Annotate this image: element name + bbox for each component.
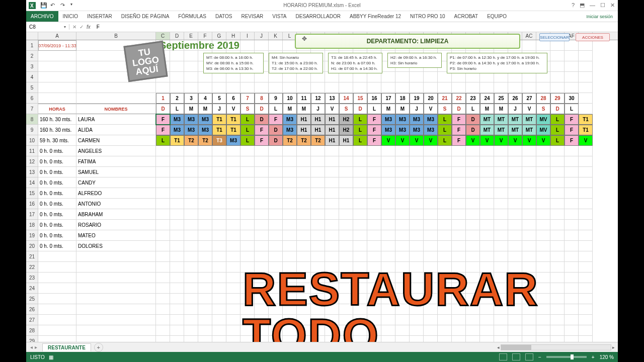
cell-H18[interactable] [226, 220, 240, 230]
cell-AG12[interactable] [579, 156, 593, 167]
cell-F18[interactable] [198, 220, 212, 230]
cell-M5[interactable] [297, 82, 311, 93]
zoom-out-icon[interactable]: − [538, 354, 541, 360]
cell-D22[interactable] [170, 262, 184, 273]
cell-P6[interactable]: 14 [339, 93, 353, 104]
cell-U15[interactable] [410, 188, 424, 199]
column-header-C[interactable]: C [156, 32, 170, 40]
cell-U14[interactable] [410, 177, 424, 188]
cell-L7[interactable]: M [283, 104, 297, 114]
cell-AE6[interactable]: 29 [550, 93, 565, 104]
cell-N17[interactable] [311, 209, 325, 220]
cell-L5[interactable] [283, 82, 297, 93]
cell-V7[interactable]: V [424, 104, 438, 114]
cell-C21[interactable] [156, 251, 170, 262]
cell-AG22[interactable] [579, 262, 593, 273]
cell-U6[interactable]: 19 [410, 93, 424, 104]
cell-AA19[interactable] [494, 230, 508, 241]
macros-icon[interactable]: ▦ [49, 354, 53, 360]
cell-L15[interactable] [283, 188, 297, 199]
cell-AA13[interactable] [494, 167, 508, 177]
cell-AB20[interactable] [508, 241, 522, 251]
row-header-16[interactable]: 16 [26, 199, 38, 209]
cell-C14[interactable] [156, 177, 170, 188]
spreadsheet-grid[interactable]: ABCDEFGHIJKLMNOPQRSTUVWXYZAAABACADAEAFAG… [26, 32, 618, 342]
cell-Y19[interactable] [466, 230, 480, 241]
cell-Z16[interactable] [480, 199, 494, 209]
cell-AC10[interactable]: V [522, 135, 536, 146]
cell-I16[interactable] [240, 199, 255, 209]
cell-AC4[interactable] [522, 72, 536, 82]
cell-O4[interactable] [325, 72, 339, 82]
cell-F5[interactable] [198, 82, 212, 93]
cell-Y7[interactable]: L [466, 104, 480, 114]
cell-AF13[interactable] [565, 167, 579, 177]
cell-K18[interactable] [269, 220, 283, 230]
cell-D16[interactable] [170, 199, 184, 209]
cell-E12[interactable] [184, 156, 198, 167]
cell-H27[interactable] [226, 315, 240, 325]
cell-J15[interactable] [255, 188, 269, 199]
cell-A23[interactable] [38, 273, 76, 283]
cell-AG15[interactable] [579, 188, 593, 199]
cell-B11[interactable]: ANGELES [76, 146, 156, 156]
cell-C16[interactable] [156, 199, 170, 209]
cell-Y20[interactable] [466, 241, 480, 251]
cell-B6[interactable] [76, 93, 156, 104]
cell-Z21[interactable] [480, 251, 494, 262]
row-header-26[interactable]: 26 [26, 304, 38, 315]
cell-P17[interactable] [339, 209, 353, 220]
cell-AE16[interactable] [550, 199, 565, 209]
cell-AG5[interactable] [579, 82, 593, 93]
cell-E22[interactable] [184, 262, 198, 273]
cell-W15[interactable] [438, 188, 452, 199]
cell-F29[interactable] [198, 336, 212, 342]
cell-AC16[interactable] [522, 199, 536, 209]
view-layout-icon[interactable] [512, 353, 520, 360]
cell-Q12[interactable] [353, 156, 367, 167]
cell-T15[interactable] [395, 188, 410, 199]
cell-M9[interactable]: H1 [297, 125, 311, 135]
cell-W18[interactable] [438, 220, 452, 230]
cell-F1[interactable] [198, 40, 212, 51]
cell-O8[interactable]: H1 [325, 114, 339, 125]
cell-X9[interactable]: F [452, 125, 466, 135]
cell-AD12[interactable] [536, 156, 550, 167]
cell-D21[interactable] [170, 251, 184, 262]
save-icon[interactable]: 💾 [40, 2, 47, 9]
cell-M6[interactable]: 11 [297, 93, 311, 104]
cell-AA12[interactable] [494, 156, 508, 167]
cell-O17[interactable] [325, 209, 339, 220]
cell-D15[interactable] [170, 188, 184, 199]
cell-AB15[interactable] [508, 188, 522, 199]
tab-insertar[interactable]: INSERTAR [83, 11, 117, 22]
cell-L4[interactable] [283, 72, 297, 82]
cell-X10[interactable]: F [452, 135, 466, 146]
cell-U21[interactable] [410, 251, 424, 262]
cell-C22[interactable] [156, 262, 170, 273]
cell-AB11[interactable] [508, 146, 522, 156]
cell-L12[interactable] [283, 156, 297, 167]
cell-N9[interactable]: H1 [311, 125, 325, 135]
cell-AD11[interactable] [536, 146, 550, 156]
cell-M17[interactable] [297, 209, 311, 220]
cell-AC17[interactable] [522, 209, 536, 220]
cell-U18[interactable] [410, 220, 424, 230]
cell-M20[interactable] [297, 241, 311, 251]
cell-L16[interactable] [283, 199, 297, 209]
row-header-21[interactable]: 21 [26, 251, 38, 262]
cell-AE5[interactable] [550, 82, 565, 93]
cell-H21[interactable] [226, 251, 240, 262]
cell-N15[interactable] [311, 188, 325, 199]
cell-R10[interactable]: F [367, 135, 381, 146]
cell-A8[interactable]: 160 h. 30 mts. [38, 114, 76, 125]
cell-P7[interactable]: S [339, 104, 353, 114]
cell-W5[interactable] [438, 82, 452, 93]
cell-Z15[interactable] [480, 188, 494, 199]
tab-inicio[interactable]: INICIO [58, 11, 83, 22]
cell-G6[interactable]: 5 [212, 93, 226, 104]
add-sheet-button[interactable]: + [94, 343, 103, 352]
cell-AA4[interactable] [494, 72, 508, 82]
cell-M18[interactable] [297, 220, 311, 230]
cell-R21[interactable] [367, 251, 381, 262]
